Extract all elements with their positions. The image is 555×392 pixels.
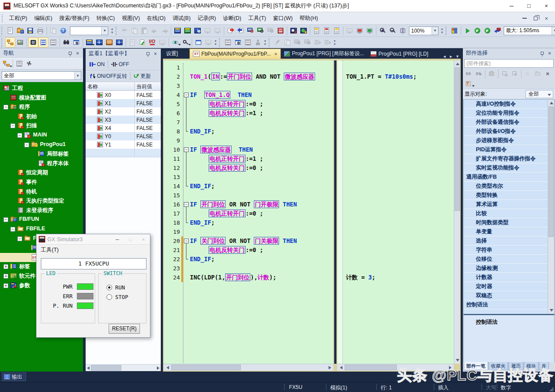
quick-find-combobox[interactable]: ▼ [70, 27, 108, 35]
clear-search-icon[interactable]: × [543, 69, 553, 79]
watch-off-button[interactable]: OFF [109, 60, 131, 69]
category-位类型布尔[interactable]: 位类型布尔 [464, 182, 549, 191]
undo-icon[interactable] [150, 26, 160, 36]
mon-mag-2-icon[interactable] [302, 37, 312, 47]
code-line-6[interactable]: 电机反转关门:=1 ; [209, 109, 263, 118]
menu-11[interactable]: 窗口(W) [269, 12, 296, 25]
fold-collapse-icon[interactable]: − [184, 93, 189, 97]
grid-view-icon[interactable] [48, 37, 58, 47]
mdi-restore-icon[interactable] [534, 17, 538, 20]
category-步进梯形图指令[interactable]: 步进梯形图指令 [464, 136, 549, 145]
watch-invert-button[interactable]: ON/OFF反转 [87, 71, 129, 81]
check-ok-icon[interactable] [472, 26, 482, 36]
save-icon[interactable] [25, 26, 35, 36]
cross-ref-icon[interactable] [127, 37, 137, 47]
editor-tab-3[interactable]: ProgPou1 [PRG] [局部标签设... [281, 49, 367, 59]
simulator-icon[interactable] [276, 26, 286, 36]
menu-12[interactable]: 帮助(H) [296, 12, 321, 25]
code-line-5[interactable]: 电机正转开门:=0 ; [209, 100, 263, 109]
menu-1[interactable]: 工程(P) [6, 12, 31, 25]
pin-icon[interactable] [144, 50, 152, 57]
tab-close-icon[interactable]: × [274, 51, 277, 56]
help-icon[interactable]: ? [58, 26, 68, 36]
category-计数器[interactable]: 计数器 [464, 273, 549, 282]
pin-icon[interactable] [66, 50, 74, 57]
collapse-icon[interactable]: − [24, 143, 29, 147]
tree-item-待机[interactable]: 待机 [0, 187, 83, 196]
doc-copy-icon[interactable] [282, 37, 292, 47]
editor-vscrollbar[interactable] [454, 60, 460, 364]
tree-item-ProgPou1[interactable]: −ProgPou1 [0, 140, 83, 149]
open-file-icon[interactable] [15, 26, 25, 36]
watch-update-button[interactable]: 更新 [131, 71, 153, 81]
category-双稳态[interactable]: 双稳态 [464, 291, 549, 300]
tab-list-icon[interactable]: ▼ [455, 54, 459, 59]
scan-time-combobox[interactable]: 最大: 1.505ms▼ [504, 27, 555, 35]
output-tab[interactable]: 输出 [2, 372, 26, 381]
code-hscrollbar[interactable] [164, 364, 333, 371]
code-line-18[interactable]: END_IF; [190, 218, 215, 227]
code-line-17[interactable]: 电机正转开门:=0 ; [209, 209, 263, 218]
watch-row-Y1[interactable]: Y1FALSE [86, 140, 161, 149]
simulation-start-icon[interactable] [462, 26, 472, 36]
category-高速I/O控制指令[interactable]: 高速I/O控制指令 [464, 100, 549, 109]
parts-search-input[interactable]: (部件搜索) [464, 59, 554, 68]
reset-button[interactable]: RESET(R) [109, 324, 140, 334]
list-arrow-1-icon[interactable] [312, 37, 322, 47]
collapse-icon[interactable]: − [17, 133, 22, 138]
paste-icon[interactable] [140, 26, 150, 36]
monitor-green-icon[interactable] [256, 26, 266, 36]
find-window-icon[interactable] [71, 37, 81, 47]
category-外部设备通信指令[interactable]: 外部设备通信指令 [464, 118, 549, 127]
watch-row-X1[interactable]: X1FALSE [86, 99, 161, 107]
collapse-icon[interactable]: − [10, 227, 15, 232]
chip-icon[interactable] [28, 37, 38, 47]
watch-row-X3[interactable]: X3FALSE [86, 116, 161, 124]
screen-green-icon[interactable] [365, 26, 375, 36]
tab-scroll-left-icon[interactable]: ◄ [442, 54, 446, 59]
mon-mag-1-icon[interactable] [292, 37, 302, 47]
sim-close-button[interactable]: × [137, 235, 150, 244]
watch-list-2-icon[interactable] [243, 37, 253, 47]
tree-item-模块配置图[interactable]: 模块配置图 [0, 93, 83, 103]
find-next-icon[interactable] [474, 69, 484, 79]
category-选择[interactable]: 选择 [464, 236, 549, 246]
radio-STOP[interactable] [106, 294, 112, 300]
monitor-red-icon[interactable] [246, 26, 256, 36]
wave-icon[interactable] [157, 37, 167, 47]
placement-del-icon[interactable]: × [510, 69, 520, 79]
program-conv-icon[interactable] [332, 26, 342, 36]
dev-run-icon[interactable] [299, 26, 309, 36]
zoom-out-icon[interactable] [388, 26, 398, 36]
code-line-12[interactable]: 电机反转关门:=0 ; [209, 163, 263, 173]
gx-simulator-dialog[interactable]: GX Simulator3 ─ □ × 工具(T) 1 FX5UCPU LED … [36, 234, 150, 338]
code-pane[interactable]: 123456789101112131415161718192021222324 … [164, 60, 333, 364]
zoom-level-combobox[interactable]: 100%▼ [409, 27, 439, 35]
radio-RUN[interactable] [106, 285, 112, 290]
category-位移位[interactable]: 位移位 [464, 255, 549, 264]
category-控制语法[interactable]: 控制语法 [464, 300, 549, 309]
watch-row-X4[interactable]: X4FALSE [86, 124, 161, 132]
fold-collapse-icon[interactable]: − [184, 239, 189, 243]
menu-2[interactable]: 编辑(E) [31, 12, 56, 25]
tree-item-未登录程序[interactable]: 未登录程序 [0, 206, 83, 215]
list-arrow-2-icon[interactable] [322, 37, 332, 47]
category-类型转换[interactable]: 类型转换 [464, 191, 549, 200]
find-prev-icon[interactable] [464, 69, 474, 79]
device-write-icon[interactable] [173, 26, 183, 36]
copy-icon[interactable] [130, 26, 140, 36]
collapse-icon[interactable]: − [3, 105, 8, 110]
menu-3[interactable]: 搜索/替换(F) [56, 12, 93, 25]
parts-vscrollbar[interactable] [548, 100, 554, 314]
transfer-uk-icon[interactable] [492, 26, 502, 36]
tree-item-程序[interactable]: −程序 [0, 103, 83, 112]
minimize-button[interactable]: ─ [503, 0, 520, 12]
zoom-in-icon[interactable] [378, 26, 388, 36]
tree-item-MAIN[interactable]: −MAIN [0, 131, 83, 140]
expand-icon[interactable]: + [3, 274, 8, 279]
category-边缘检测[interactable]: 边缘检测 [464, 264, 549, 273]
tree-item-恒定周期[interactable]: 恒定周期 [0, 168, 83, 177]
watch-on-button[interactable]: ON [87, 60, 107, 69]
module-config-icon[interactable] [15, 37, 25, 47]
menu-9[interactable]: 诊断(D) [219, 12, 245, 25]
